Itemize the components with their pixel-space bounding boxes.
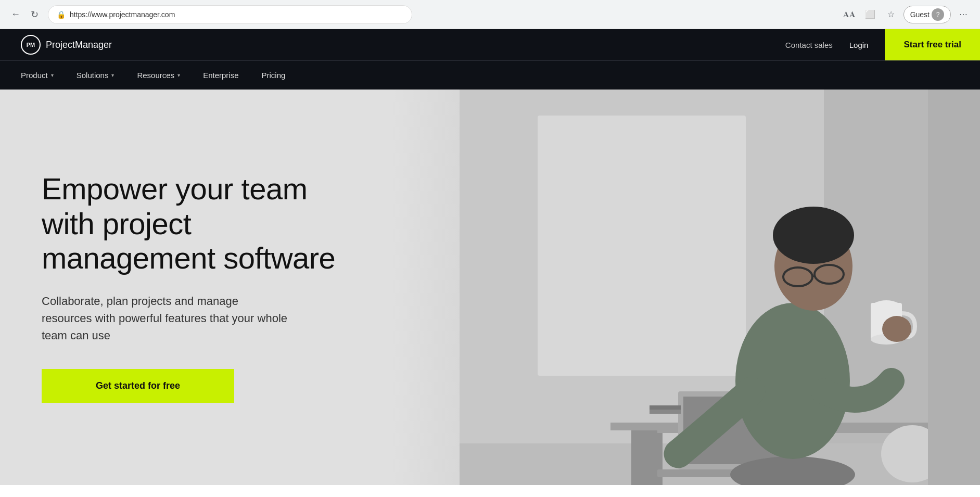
site-nav: Product ▾ Solutions ▾ Resources ▾ Enterp… — [0, 60, 980, 90]
nav-resources-label: Resources — [137, 71, 174, 80]
svg-rect-24 — [610, 423, 678, 430]
browser-controls: ← ↻ — [8, 7, 42, 22]
nav-item-product[interactable]: Product ▾ — [21, 61, 65, 90]
hero-person-image — [460, 90, 928, 485]
svg-rect-9 — [650, 410, 681, 414]
header-right: Contact sales Login Start free trial — [785, 29, 959, 60]
nav-pricing-label: Pricing — [262, 71, 286, 80]
nav-product-label: Product — [21, 71, 48, 80]
nav-item-pricing[interactable]: Pricing — [250, 61, 297, 90]
logo[interactable]: PM ProjectManager — [21, 35, 112, 55]
person-svg — [460, 90, 928, 485]
logo-icon: PM — [21, 35, 41, 55]
nav-item-enterprise[interactable]: Enterprise — [192, 61, 250, 90]
svg-rect-10 — [650, 405, 681, 410]
nav-item-resources[interactable]: Resources ▾ — [125, 61, 192, 90]
nav-item-solutions[interactable]: Solutions ▾ — [65, 61, 126, 90]
nav-solutions-chevron: ▾ — [111, 72, 114, 78]
nav-solutions-label: Solutions — [77, 71, 109, 80]
lock-icon: 🔒 — [57, 10, 66, 19]
login-link[interactable]: Login — [849, 41, 869, 49]
guest-button[interactable]: Guest ? — [903, 6, 951, 23]
logo-name: ProjectManager — [46, 40, 112, 50]
favorites-button[interactable]: ☆ — [883, 6, 899, 23]
hero-title: Empower your team with project managemen… — [42, 172, 364, 276]
hero-subtitle: Collaborate, plan projects and manage re… — [42, 292, 291, 344]
svg-rect-1 — [538, 116, 746, 376]
hero-content: Empower your team with project managemen… — [42, 90, 364, 485]
cast-button[interactable]: ⬜ — [862, 6, 879, 23]
start-trial-button[interactable]: Start free trial — [885, 29, 980, 60]
url-text: https://www.projectmanager.com — [70, 10, 175, 19]
address-bar[interactable]: 🔒 https://www.projectmanager.com — [48, 5, 412, 24]
nav-product-chevron: ▾ — [51, 72, 54, 78]
browser-chrome: ← ↻ 🔒 https://www.projectmanager.com 𝐀𝐀 … — [0, 0, 980, 29]
svg-point-17 — [773, 207, 854, 264]
svg-rect-23 — [631, 428, 657, 485]
site-header-top: PM ProjectManager Contact sales Login St… — [0, 29, 980, 60]
svg-point-21 — [882, 316, 911, 342]
back-button[interactable]: ← — [8, 7, 23, 22]
hero-section: Empower your team with project managemen… — [0, 90, 980, 485]
read-aloud-button[interactable]: 𝐀𝐀 — [841, 6, 858, 23]
more-button[interactable]: ⋯ — [955, 6, 972, 23]
svg-line-20 — [812, 276, 814, 277]
guest-avatar: ? — [932, 8, 944, 21]
cta-button[interactable]: Get started for free — [42, 369, 234, 403]
contact-sales-link[interactable]: Contact sales — [785, 41, 833, 49]
browser-right-icons: 𝐀𝐀 ⬜ ☆ Guest ? ⋯ — [841, 6, 972, 23]
refresh-button[interactable]: ↻ — [27, 7, 42, 22]
nav-resources-chevron: ▾ — [177, 72, 180, 78]
nav-enterprise-label: Enterprise — [203, 71, 238, 80]
guest-label: Guest — [910, 10, 930, 19]
